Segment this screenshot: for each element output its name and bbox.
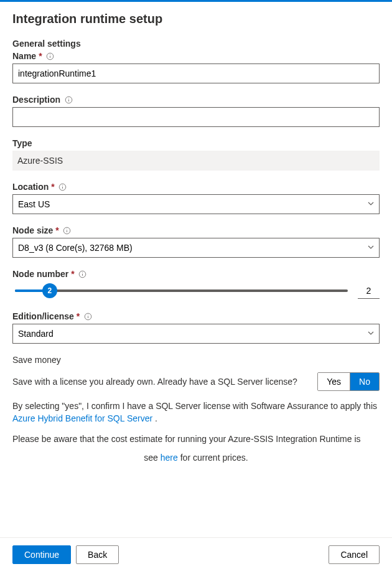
setup-panel: Integration runtime setup General settin… bbox=[0, 2, 392, 537]
save-money-title: Save money bbox=[12, 355, 380, 365]
general-settings-heading: General settings bbox=[12, 39, 380, 49]
svg-point-2 bbox=[50, 54, 50, 55]
node-size-select[interactable] bbox=[12, 238, 380, 258]
node-number-field: Node number * 2 bbox=[12, 269, 380, 300]
required-asterisk: * bbox=[55, 225, 58, 235]
description-input[interactable] bbox=[12, 107, 380, 127]
edition-select[interactable] bbox=[12, 324, 380, 344]
svg-point-11 bbox=[67, 228, 67, 229]
footer-bar: Continue Back Cancel bbox=[0, 537, 392, 574]
description-field: Description bbox=[12, 95, 380, 127]
edition-label: Edition/license * bbox=[12, 311, 380, 321]
page-title: Integration runtime setup bbox=[12, 12, 380, 26]
type-value: Azure-SSIS bbox=[12, 151, 380, 171]
svg-point-5 bbox=[68, 98, 69, 98]
description-label: Description bbox=[12, 95, 380, 105]
edition-field: Edition/license * bbox=[12, 311, 380, 344]
name-input[interactable] bbox=[12, 64, 380, 83]
type-label: Type bbox=[12, 138, 380, 148]
svg-point-17 bbox=[88, 314, 88, 315]
svg-point-8 bbox=[62, 185, 63, 186]
name-field: Name * bbox=[12, 51, 380, 83]
node-number-label: Node number * bbox=[12, 269, 380, 279]
cancel-button[interactable]: Cancel bbox=[329, 545, 380, 564]
slider-thumb[interactable]: 2 bbox=[42, 283, 57, 298]
location-label: Location * bbox=[12, 182, 380, 192]
info-icon[interactable] bbox=[58, 182, 67, 191]
location-field: Location * bbox=[12, 182, 380, 214]
name-label: Name * bbox=[12, 51, 380, 61]
node-size-field: Node size * bbox=[12, 225, 380, 258]
cost-estimate-text: Please be aware that the cost estimate f… bbox=[12, 433, 380, 445]
info-icon[interactable] bbox=[83, 312, 92, 321]
info-icon[interactable] bbox=[46, 52, 55, 60]
required-asterisk: * bbox=[51, 182, 54, 192]
required-asterisk: * bbox=[39, 51, 42, 61]
hybrid-benefit-text: By selecting "yes", I confirm I have a S… bbox=[12, 400, 380, 425]
license-toggle: Yes No bbox=[317, 372, 380, 391]
license-yes-button[interactable]: Yes bbox=[318, 373, 350, 390]
info-icon[interactable] bbox=[64, 95, 73, 104]
required-asterisk: * bbox=[77, 311, 80, 321]
location-select[interactable] bbox=[12, 194, 380, 214]
license-no-button[interactable]: No bbox=[350, 373, 379, 390]
license-question-text: Save with a license you already own. Alr… bbox=[12, 377, 297, 387]
license-question-row: Save with a license you already own. Alr… bbox=[12, 372, 380, 391]
svg-point-14 bbox=[82, 272, 83, 273]
required-asterisk: * bbox=[71, 269, 74, 279]
hybrid-benefit-link[interactable]: Azure Hybrid Benefit for SQL Server bbox=[12, 413, 152, 423]
pricing-link[interactable]: here bbox=[161, 453, 178, 463]
type-field: Type Azure-SSIS bbox=[12, 138, 380, 171]
info-icon[interactable] bbox=[78, 270, 87, 278]
info-icon[interactable] bbox=[63, 226, 72, 235]
node-size-label: Node size * bbox=[12, 225, 380, 235]
back-button[interactable]: Back bbox=[76, 545, 119, 564]
continue-button[interactable]: Continue bbox=[12, 545, 71, 564]
node-number-slider[interactable]: 2 bbox=[12, 281, 350, 300]
node-number-input[interactable] bbox=[358, 283, 380, 299]
